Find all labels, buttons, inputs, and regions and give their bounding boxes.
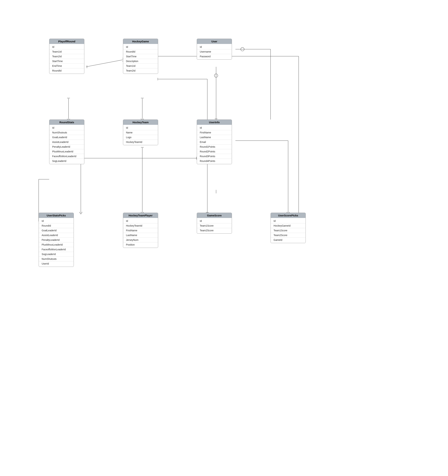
entity-header-hockeygame: HockeyGame [123,39,158,44]
field-userstatspicks-1: RoundId [39,223,74,228]
field-hockeygame-2: StartTime [123,54,158,59]
field-userscorepicks-0: Id [271,219,306,223]
canvas: PlayoffRoundIdTeam1IdTeam2IdStartTimeEnd… [0,0,448,476]
entity-header-userstatspicks: UserStatsPicks [39,213,74,218]
entity-body-roundstats: IdNumShutoutsGoalLeaderIdAssistLeaderIdP… [49,125,84,164]
entity-body-userinfo: IdFirstNameLastNameEmailRound1PointsRoun… [197,125,232,164]
field-userinfo-3: Email [197,140,232,144]
field-userscorepicks-4: GameId [271,238,306,242]
field-roundstats-1: NumShutouts [49,130,84,135]
field-roundstats-6: FaceoffsWonLeaderId [49,154,84,159]
field-user-1: Username [197,49,232,54]
field-hockeyteamplayer-0: Id [123,219,158,223]
field-gamescore-2: Team2Score [197,228,232,233]
field-userstatspicks-9: UserId [39,261,74,266]
field-hockeyteam-3: HockeyTeamId [123,140,158,144]
entity-hockeygame: HockeyGameIdRoundIdStartTimeDescriptionT… [123,39,158,74]
field-userstatspicks-2: GoalLeaderId [39,228,74,233]
field-userinfo-6: Round3Points [197,154,232,159]
field-playoffround-3: StartTime [49,59,84,63]
field-hockeyteam-1: Name [123,130,158,135]
field-playoffround-4: EndTime [49,63,84,68]
field-hockeyteamplayer-3: LastName [123,233,158,238]
entity-user: UserIdUsernamePassword [197,39,232,60]
field-userstatspicks-0: Id [39,219,74,223]
field-userstatspicks-8: NumShutouts [39,256,74,261]
field-hockeyteamplayer-4: JerseyNum [123,238,158,242]
entity-header-hockeyteamplayer: HockeyTeamPlayer [123,213,158,218]
svg-point-9 [214,74,218,77]
field-userscorepicks-3: Team2Score [271,233,306,238]
field-roundstats-5: PlusMinusLeaderId [49,149,84,154]
field-hockeyteamplayer-1: HockeyTeamId [123,223,158,228]
field-userstatspicks-5: PlusMinusLeaderId [39,242,74,247]
entity-header-gamescore: GameScore [197,213,232,218]
field-hockeygame-5: Team2Id [123,68,158,73]
field-roundstats-0: Id [49,125,84,130]
entity-userscorepicks: UserScorePicksIdHockeyGameIdTeam1ScoreTe… [271,213,306,243]
field-userinfo-4: Round1Points [197,144,232,149]
field-hockeyteam-2: Logo [123,135,158,140]
field-user-2: Password [197,54,232,59]
field-playoffround-5: RoundId [49,68,84,73]
field-playoffround-2: Team2Id [49,54,84,59]
entity-gamescore: GameScoreIdTeam1ScoreTeam2Score [197,213,232,234]
entity-userinfo: UserInfoIdFirstNameLastNameEmailRound1Po… [197,119,232,164]
entity-header-playoffround: PlayoffRound [49,39,84,44]
field-hockeyteamplayer-5: Position [123,242,158,247]
entity-hockeyteamplayer: HockeyTeamPlayerIdHockeyTeamIdFirstNameL… [123,213,158,248]
svg-line-25 [79,212,81,214]
entity-body-user: IdUsernamePassword [197,44,232,59]
svg-line-0 [86,60,123,67]
field-userinfo-7: Round4Points [197,159,232,163]
field-playoffround-1: Team1Id [49,49,84,54]
field-userinfo-5: Round2Points [197,149,232,154]
field-hockeyteamplayer-2: FirstName [123,228,158,233]
field-hockeygame-0: Id [123,45,158,49]
field-roundstats-2: GoalLeaderId [49,135,84,140]
field-userstatspicks-3: AssistLeaderId [39,233,74,238]
field-hockeygame-1: RoundId [123,49,158,54]
field-gamescore-1: Team1Score [197,223,232,228]
entity-roundstats: RoundStatsIdNumShutoutsGoalLeaderIdAssis… [49,119,84,164]
field-userinfo-1: FirstName [197,130,232,135]
field-userstatspicks-4: PenaltyLeaderId [39,238,74,242]
entity-hockeyteam: HockeyTeamIdNameLogoHockeyTeamId [123,119,158,145]
svg-line-26 [81,212,82,214]
field-roundstats-4: PenaltyLeaderId [49,144,84,149]
entity-body-hockeygame: IdRoundIdStartTimeDescriptionTeam1IdTeam… [123,44,158,74]
field-userstatspicks-7: SogLeaderId [39,252,74,256]
entity-playoffround: PlayoffRoundIdTeam1IdTeam2IdStartTimeEnd… [49,39,84,74]
entity-header-hockeyteam: HockeyTeam [123,120,158,125]
field-userscorepicks-2: Team1Score [271,228,306,233]
entity-header-roundstats: RoundStats [49,120,84,125]
entity-body-gamescore: IdTeam1ScoreTeam2Score [197,218,232,233]
field-user-0: Id [197,45,232,49]
field-hockeyteam-0: Id [123,125,158,130]
field-userscorepicks-1: HockeyGameId [271,223,306,228]
entity-body-userscorepicks: IdHockeyGameIdTeam1ScoreTeam2ScoreGameId [271,218,306,243]
entity-body-hockeyteam: IdNameLogoHockeyTeamId [123,125,158,145]
svg-point-14 [241,47,244,51]
entity-body-hockeyteamplayer: IdHockeyTeamIdFirstNameLastNameJerseyNum… [123,218,158,248]
entity-header-user: User [197,39,232,44]
field-roundstats-7: SogLeaderId [49,159,84,163]
field-userinfo-0: Id [197,125,232,130]
entity-body-playoffround: IdTeam1IdTeam2IdStartTimeEndTimeRoundId [49,44,84,74]
entity-header-userscorepicks: UserScorePicks [271,213,306,218]
field-hockeygame-3: Description [123,59,158,63]
field-roundstats-3: AssistLeaderId [49,140,84,144]
field-playoffround-0: Id [49,45,84,49]
entity-header-userinfo: UserInfo [197,120,232,125]
field-userstatspicks-6: FaceoffsWonLeaderId [39,247,74,252]
field-gamescore-0: Id [197,219,232,223]
entity-body-userstatspicks: IdRoundIdGoalLeaderIdAssistLeaderIdPenal… [39,218,74,267]
field-hockeygame-4: Team1Id [123,63,158,68]
field-userinfo-2: LastName [197,135,232,140]
entity-userstatspicks: UserStatsPicksIdRoundIdGoalLeaderIdAssis… [39,213,74,267]
